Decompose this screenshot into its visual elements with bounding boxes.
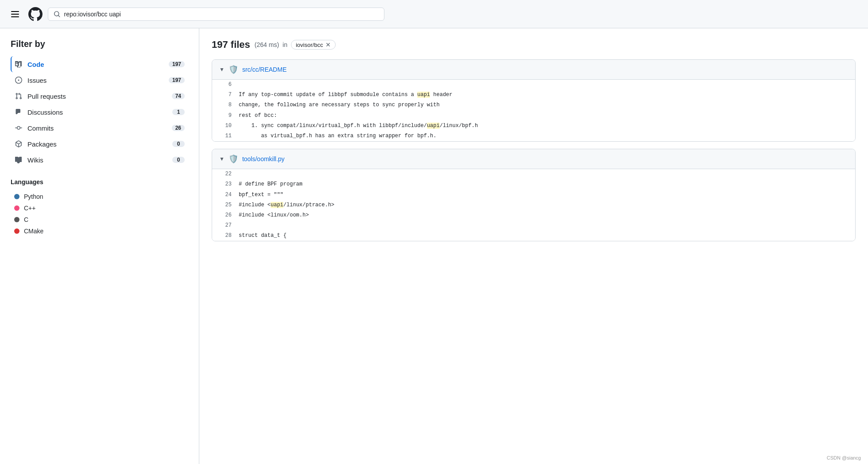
code-icon — [14, 60, 23, 69]
cpp-dot — [14, 205, 19, 211]
cmake-label: CMake — [24, 228, 43, 235]
line-content: rest of bcc: — [239, 111, 855, 121]
repo-badge-close[interactable]: ✕ — [326, 41, 331, 48]
line-content: change, the following are necessary step… — [239, 100, 855, 110]
cmake-dot — [14, 228, 19, 234]
c-dot — [14, 217, 19, 222]
line-content: struct data_t { — [239, 231, 855, 241]
code-line: 22 — [212, 169, 855, 179]
result-card-header-1[interactable]: ▼ 🛡️ tools/oomkill.py — [212, 149, 855, 169]
file-icon-1: 🛡️ — [229, 155, 238, 163]
language-item-cpp[interactable]: C++ — [11, 202, 188, 214]
sidebar-item-issues[interactable]: Issues 197 — [11, 72, 188, 88]
line-number: 9 — [212, 111, 239, 121]
discussions-label: Discussions — [27, 108, 168, 116]
search-icon — [54, 11, 60, 18]
highlight-match: uapi — [427, 123, 440, 129]
line-number: 23 — [212, 179, 239, 189]
line-content: #include <uapi/linux/ptrace.h> — [239, 200, 855, 210]
line-content — [239, 220, 855, 231]
code-line: 24 bpf_text = """ — [212, 190, 855, 200]
line-number: 6 — [212, 80, 239, 90]
line-content: If any top-commit update of libbpf submo… — [239, 90, 855, 100]
issues-count: 197 — [169, 77, 185, 83]
language-item-c[interactable]: C — [11, 214, 188, 225]
highlight-match: uapi — [271, 202, 283, 208]
filter-by-title: Filter by — [11, 39, 188, 49]
main-layout: Filter by Code 197 Issues 197 — [0, 28, 868, 464]
line-number: 7 — [212, 90, 239, 100]
sidebar-item-commits[interactable]: Commits 26 — [11, 120, 188, 136]
svg-rect-0 — [11, 11, 19, 12]
wikis-label: Wikis — [27, 156, 168, 164]
line-content: #include <linux/oom.h> — [239, 210, 855, 220]
code-line: 6 — [212, 80, 855, 90]
sidebar-item-packages[interactable]: Packages 0 — [11, 136, 188, 152]
language-list: Python C++ C CMake — [11, 191, 188, 237]
chevron-icon-1: ▼ — [219, 156, 225, 162]
code-line: 10 1. sync compat/linux/virtual_bpf.h wi… — [212, 121, 855, 131]
code-line: 27 — [212, 220, 855, 231]
line-number: 10 — [212, 121, 239, 131]
issues-icon — [14, 76, 23, 85]
line-number: 26 — [212, 210, 239, 220]
results-count: 197 files — [212, 39, 250, 50]
results-header: 197 files (264 ms) in iovisor/bcc ✕ — [212, 39, 856, 50]
cpp-label: C++ — [24, 205, 35, 212]
sidebar-item-pull-requests[interactable]: Pull requests 74 — [11, 88, 188, 104]
result-card-1: ▼ 🛡️ tools/oomkill.py 22 23 # define BPF… — [212, 149, 856, 241]
commits-label: Commits — [27, 124, 167, 132]
sidebar-item-discussions[interactable]: Discussions 1 — [11, 104, 188, 120]
line-number: 28 — [212, 231, 239, 241]
results-in: in — [283, 41, 287, 48]
code-label: Code — [27, 61, 164, 68]
search-input[interactable] — [64, 11, 379, 18]
commits-icon — [14, 124, 23, 132]
wikis-icon — [14, 155, 23, 164]
result-card-header-0[interactable]: ▼ 🛡️ src/cc/README — [212, 60, 855, 80]
line-number: 22 — [212, 169, 239, 179]
code-line: 28 struct data_t { — [212, 231, 855, 241]
code-line: 23 # define BPF program — [212, 179, 855, 189]
results-time: (264 ms) — [255, 41, 279, 48]
pull-requests-count: 74 — [172, 93, 185, 99]
code-line: 26 #include <linux/oom.h> — [212, 210, 855, 220]
sidebar-item-wikis[interactable]: Wikis 0 — [11, 152, 188, 168]
packages-icon — [14, 139, 23, 148]
code-line: 9 rest of bcc: — [212, 111, 855, 121]
pull-request-icon — [14, 92, 23, 101]
code-line: 8 change, the following are necessary st… — [212, 100, 855, 110]
svg-rect-2 — [11, 16, 19, 17]
file-path-1[interactable]: tools/oomkill.py — [242, 155, 285, 162]
language-item-cmake[interactable]: CMake — [11, 225, 188, 237]
line-content: # define BPF program — [239, 179, 855, 189]
file-path-0[interactable]: src/cc/README — [242, 66, 287, 73]
code-line: 7 If any top-commit update of libbpf sub… — [212, 90, 855, 100]
line-number: 25 — [212, 200, 239, 210]
repo-badge-text: iovisor/bcc — [296, 42, 323, 48]
line-number: 8 — [212, 100, 239, 110]
github-logo[interactable] — [28, 7, 43, 21]
hamburger-button[interactable] — [7, 6, 23, 22]
c-label: C — [24, 216, 28, 223]
issues-label: Issues — [27, 77, 164, 84]
line-number: 27 — [212, 220, 239, 231]
search-bar[interactable] — [48, 8, 384, 21]
commits-count: 26 — [172, 125, 185, 131]
line-content — [239, 169, 855, 179]
code-block-1: 22 23 # define BPF program 24 bpf_text =… — [212, 169, 855, 241]
chevron-icon-0: ▼ — [219, 66, 225, 73]
watermark: CSDN @siancg — [827, 455, 861, 460]
wikis-count: 0 — [172, 157, 185, 163]
language-item-python[interactable]: Python — [11, 191, 188, 202]
sidebar-item-code[interactable]: Code 197 — [11, 56, 188, 72]
code-count: 197 — [169, 61, 185, 67]
sidebar-nav: Code 197 Issues 197 Pull requests 74 — [11, 56, 188, 168]
repo-badge[interactable]: iovisor/bcc ✕ — [291, 40, 336, 50]
line-content — [239, 80, 855, 90]
line-number: 11 — [212, 131, 239, 141]
line-content: as virtual_bpf.h has an extra string wra… — [239, 131, 855, 141]
packages-label: Packages — [27, 140, 168, 148]
result-card-0: ▼ 🛡️ src/cc/README 6 7 If any top-commit… — [212, 59, 856, 142]
top-nav — [0, 0, 868, 28]
